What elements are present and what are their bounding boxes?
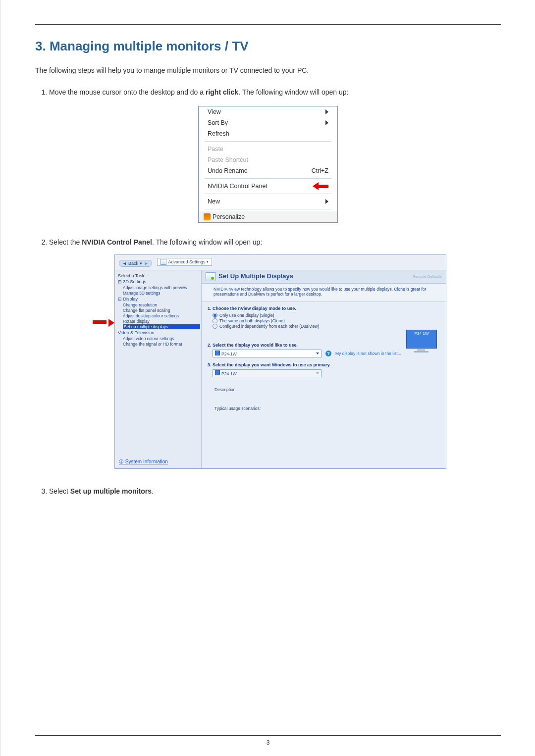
system-information-link[interactable]: 🛈 System Information <box>119 459 168 464</box>
top-rule <box>35 24 501 25</box>
personalize-icon <box>204 213 211 220</box>
tree-flat-panel[interactable]: Change flat panel scaling <box>123 308 200 313</box>
menu-view[interactable]: View <box>199 106 337 117</box>
tree-signal-hd[interactable]: Change the signal or HD format <box>123 342 200 347</box>
select-task-label: Select a Task... <box>118 273 198 278</box>
menu-sort-by[interactable]: Sort By <box>199 117 337 128</box>
section-3-heading: 3. Select the display you want Windows t… <box>208 362 440 367</box>
radio-clone[interactable]: The same on both displays (Clone) <box>213 318 440 323</box>
monitor-icon <box>215 370 220 375</box>
footer-rule <box>35 735 501 736</box>
radio-single[interactable]: Only use one display (Single) <box>213 313 440 318</box>
step-3: Select Set up multiple monitors. <box>49 487 501 497</box>
menu-separator <box>205 209 331 209</box>
tree-video-tv[interactable]: Video & Television <box>118 330 198 335</box>
monitor-preview-icon: P24-1W <box>406 330 436 352</box>
chevron-down-icon <box>316 372 319 374</box>
radio-icon <box>213 324 217 329</box>
radio-icon <box>213 313 217 318</box>
tree-adjust-preview[interactable]: Adjust image settings with preview <box>123 285 200 290</box>
submenu-arrow-icon <box>325 109 328 114</box>
menu-paste: Paste <box>199 144 337 154</box>
chevron-down-icon <box>316 353 319 354</box>
description-label: Description: <box>214 387 440 392</box>
step-1: Move the mouse cursor onto the desktop a… <box>49 88 501 98</box>
menu-separator <box>205 194 331 194</box>
intro-text: The following steps will help you to man… <box>35 66 501 76</box>
page-number: 3 <box>267 739 270 746</box>
restore-defaults-link[interactable]: Restore Defaults <box>412 274 442 279</box>
menu-paste-shortcut: Paste Shortcut <box>199 154 337 165</box>
menu-separator <box>205 141 331 142</box>
menu-refresh[interactable]: Refresh <box>199 128 337 139</box>
step-2: Select the NVIDIA Control Panel. The fol… <box>49 238 501 248</box>
usage-label: Typical usage scenarios: <box>214 406 440 411</box>
radio-dualview[interactable]: Configured independently from each other… <box>213 324 440 329</box>
context-menu-screenshot: View Sort By Refresh Paste Paste Shortcu… <box>198 106 338 223</box>
nvidia-control-panel-screenshot: ◄Back ▾ ► Advanced Settings ▾ Select a T… <box>114 254 446 469</box>
tree-set-up-multiple[interactable]: Set up multiple displays <box>123 324 200 329</box>
menu-nvidia-control-panel[interactable]: NVIDIA Control Panel <box>199 181 337 192</box>
help-icon[interactable]: ? <box>325 351 331 356</box>
tree-rotate-display[interactable]: Rotate display <box>123 319 200 324</box>
display-not-shown-link[interactable]: My display is not shown in the list... <box>335 351 401 356</box>
monitor-icon <box>215 351 220 355</box>
tree-video-colour[interactable]: Adjust video colour settings <box>123 336 200 341</box>
tree-display[interactable]: ⊟ Display <box>118 297 198 302</box>
page-heading: 3. Managing multiple monitors / TV <box>35 39 501 54</box>
section-2-heading: 2. Select the display you would like to … <box>208 343 440 348</box>
menu-undo-rename[interactable]: Undo RenameCtrl+Z <box>199 165 337 176</box>
panel-title: Set Up Multiple Displays <box>218 272 293 280</box>
section-1-heading: 1. Choose the nView display mode to use. <box>208 306 440 311</box>
submenu-arrow-icon <box>325 199 328 204</box>
menu-personalize[interactable]: Personalize <box>199 211 337 222</box>
display-select-dropdown[interactable]: P24-1W <box>213 350 321 357</box>
advanced-settings-dropdown[interactable]: Advanced Settings ▾ <box>157 258 212 266</box>
callout-arrow-icon <box>313 183 328 190</box>
tree-manage-3d[interactable]: Manage 3D settings <box>123 291 200 296</box>
tree-change-resolution[interactable]: Change resolution <box>123 302 200 307</box>
radio-icon <box>213 318 217 323</box>
tree-3d-settings[interactable]: ⊟ 3D Settings <box>118 279 198 284</box>
back-button[interactable]: ◄Back ▾ ► <box>119 260 152 267</box>
callout-arrow-icon <box>90 254 114 469</box>
primary-display-dropdown: P24-1W <box>213 369 321 377</box>
menu-separator <box>205 178 331 179</box>
menu-new[interactable]: New <box>199 196 337 207</box>
panel-description: NVIDIA nView technology allows you to sp… <box>202 284 446 302</box>
tree-desktop-colour[interactable]: Adjust desktop colour settings <box>123 313 200 318</box>
multi-display-icon <box>206 272 215 281</box>
submenu-arrow-icon <box>325 120 328 125</box>
